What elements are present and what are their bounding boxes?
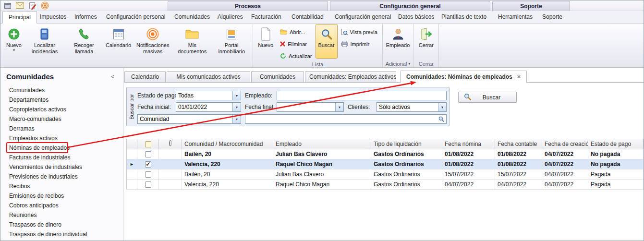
ribbon-tab-comunidades[interactable]: Comunidades bbox=[171, 11, 213, 24]
ribbon-tab-herramientas[interactable]: Herramientas bbox=[495, 11, 535, 24]
tab-comunidades[interactable]: Comunidades bbox=[251, 71, 304, 82]
column-header[interactable]: Fecha nómina bbox=[442, 139, 495, 149]
tab-calendario[interactable]: Calendario bbox=[124, 71, 166, 82]
ribbon-tab-informes[interactable]: Informes bbox=[72, 11, 100, 24]
nuevo-button[interactable]: Nuevo ▾ bbox=[3, 24, 25, 59]
calendario-button[interactable]: Calendario bbox=[104, 24, 133, 59]
mis-documentos-button[interactable]: Mis documentos bbox=[172, 24, 212, 59]
sidebar-item-previsiones-de-industriales[interactable]: Previsiones de industriales bbox=[0, 172, 123, 181]
tab-comunidades-nominas-de-empleados[interactable]: Comunidades: Nóminas de empleados × bbox=[400, 71, 527, 83]
empleado-input[interactable] bbox=[277, 91, 447, 100]
comunidad-select[interactable]: Comunidad ▾ bbox=[137, 114, 241, 124]
mail-icon[interactable] bbox=[16, 1, 24, 10]
ribbon-tab-principal[interactable]: Principal bbox=[2, 11, 37, 24]
nuevo-registro-button[interactable]: Nuevo bbox=[255, 24, 277, 59]
row-selector-cell[interactable] bbox=[126, 169, 137, 180]
row-selector-cell[interactable] bbox=[126, 149, 137, 159]
sidebar-item-facturas-de-industriales[interactable]: Facturas de industriales bbox=[0, 153, 123, 162]
comunidad-search-input[interactable] bbox=[245, 115, 437, 123]
sidebar-item-recibos[interactable]: Recibos bbox=[0, 181, 123, 191]
cell-empleado: Julian Bas Clavero bbox=[273, 149, 371, 159]
sidebar-item-traspasos-de-dinero[interactable]: Traspasos de dinero bbox=[0, 220, 123, 229]
column-header[interactable]: Fecha contable bbox=[495, 139, 542, 149]
table-row[interactable]: Valencia, 220 Raquel Chico Magan Gastos … bbox=[126, 180, 644, 190]
abrir-button[interactable]: Abrir... bbox=[278, 27, 314, 37]
sidebar-item-traspasos-de-dinero-individual[interactable]: Traspasos de dinero individual bbox=[0, 229, 123, 239]
sidebar-item-vencimientos-de-industriales[interactable]: Vencimientos de industriales bbox=[0, 162, 123, 172]
column-header[interactable]: Tipo de liquidación bbox=[371, 139, 442, 149]
table-row-selected[interactable]: ► Valencia, 220 Raquel Chico Magan Gasto… bbox=[126, 159, 644, 169]
localizar-incidencias-button[interactable]: Localizar incidencias bbox=[25, 24, 64, 59]
imprimir-button[interactable]: Imprimir bbox=[339, 39, 380, 49]
recoger-llamada-button[interactable]: Recoger llamada bbox=[64, 24, 104, 59]
chevron-down-icon[interactable]: ▾ bbox=[232, 103, 241, 111]
sidebar-item-macro-comunidades[interactable]: Macro-comunidades bbox=[0, 114, 123, 124]
table-row[interactable]: Bailén, 20 Julian Bas Clavero Gastos Ord… bbox=[126, 149, 644, 159]
row-checkbox[interactable] bbox=[145, 181, 151, 188]
row-checkbox[interactable] bbox=[145, 161, 151, 168]
ribbon-tab-configuracion-personal[interactable]: Configuración personal bbox=[103, 11, 168, 24]
sidebar-item-nominas-de-empleados[interactable]: Nóminas de empleados bbox=[0, 143, 123, 153]
column-header[interactable]: Comunidad / Macrocomunidad bbox=[182, 139, 273, 149]
row-selector-cell[interactable]: ► bbox=[126, 159, 137, 169]
empleado-button[interactable]: Empleado bbox=[384, 24, 412, 59]
sidebar-item-comunidades[interactable]: Comunidades bbox=[0, 85, 123, 95]
broadcast-icon[interactable] bbox=[41, 1, 49, 10]
select-value bbox=[277, 103, 335, 111]
vista-previa-button[interactable]: Vista previa bbox=[339, 27, 380, 37]
app-icon[interactable] bbox=[3, 1, 12, 10]
chevron-down-icon[interactable]: ▾ bbox=[232, 91, 241, 100]
tab-comunidades-empleados-activos[interactable]: Comunidades: Empleados activos bbox=[305, 71, 396, 82]
column-header[interactable]: Estado de pago bbox=[588, 139, 644, 149]
ribbon-tab-impuestos[interactable]: Impuestos bbox=[37, 11, 69, 24]
attachment-column-header[interactable] bbox=[159, 139, 182, 149]
fecha-final-select[interactable]: ▾ bbox=[277, 102, 344, 112]
estado-de-pago-select[interactable]: Todas ▾ bbox=[176, 91, 241, 100]
chevron-down-icon[interactable]: ▾ bbox=[232, 115, 241, 123]
ribbon-tab-alquileres[interactable]: Alquileres bbox=[215, 11, 246, 24]
ribbon-tab-facturacion[interactable]: Facturación bbox=[248, 11, 284, 24]
notificaciones-masivas-button[interactable]: Notificaciones masivas bbox=[133, 24, 172, 59]
ribbon-tab-configuracion-general[interactable]: Configuración general bbox=[332, 11, 394, 24]
sidebar-item-cobros-anticipados[interactable]: Cobros anticipados bbox=[0, 201, 123, 210]
buscar-button[interactable]: Buscar bbox=[458, 92, 517, 103]
buscar-ribbon-button[interactable]: Buscar bbox=[316, 24, 338, 59]
row-selector-cell[interactable] bbox=[126, 180, 137, 190]
portal-inmobiliario-button[interactable]: Portal inmobiliario bbox=[212, 24, 251, 59]
cell-fecha-contable: 04/07/2022 bbox=[495, 180, 542, 190]
eliminar-button[interactable]: Eliminar bbox=[278, 39, 314, 49]
chevron-down-icon[interactable]: ▾ bbox=[438, 103, 446, 111]
search-icon[interactable] bbox=[437, 115, 446, 123]
checkbox-column-header[interactable] bbox=[137, 139, 159, 149]
chevron-down-icon[interactable]: ▾ bbox=[335, 103, 343, 111]
delete-x-icon bbox=[280, 41, 285, 48]
ribbon-tab-soporte[interactable]: Soporte bbox=[539, 11, 565, 24]
tab-mis-comunicados-activos[interactable]: Mis comunicados activos bbox=[167, 71, 250, 82]
fecha-inicial-select[interactable]: 01/01/2022 ▾ bbox=[176, 102, 241, 112]
notes-icon[interactable] bbox=[28, 1, 36, 10]
button-label: Portal inmobiliario bbox=[214, 42, 249, 54]
actualizar-button[interactable]: Actualizar bbox=[278, 51, 314, 61]
ribbon-tab-datos-basicos[interactable]: Datos básicos bbox=[395, 11, 437, 24]
ribbon-tab-contabilidad[interactable]: Contabilidad bbox=[289, 11, 327, 24]
column-header[interactable]: Empleado bbox=[273, 139, 371, 149]
sidebar-item-derramas[interactable]: Derramas bbox=[0, 124, 123, 133]
cerrar-button[interactable]: Cerrar bbox=[415, 24, 437, 59]
clientes-select[interactable]: Sólo activos ▾ bbox=[377, 102, 447, 112]
ribbon-tab-plantillas-de-texto[interactable]: Plantillas de texto bbox=[438, 11, 489, 24]
close-tab-icon[interactable]: × bbox=[517, 71, 521, 83]
button-label: Buscar bbox=[318, 42, 334, 48]
attachment-cell bbox=[159, 159, 182, 169]
sidebar-item-empleados-activos[interactable]: Empleados activos bbox=[0, 133, 123, 143]
row-checkbox[interactable] bbox=[145, 171, 151, 178]
ribbon-group-label-adicional[interactable]: Adicional▾ bbox=[384, 60, 412, 67]
column-header[interactable]: Fecha de creación bbox=[542, 139, 588, 149]
sidebar-item-departamentos[interactable]: Departamentos bbox=[0, 95, 123, 105]
sidebar-item-reuniones[interactable]: Reuniones bbox=[0, 210, 123, 220]
row-checkbox[interactable] bbox=[145, 151, 151, 157]
sidebar-item-copropietarios-activos[interactable]: Copropietarios activos bbox=[0, 105, 123, 114]
sidebar-item-emisiones-de-recibos[interactable]: Emisiones de recibos bbox=[0, 191, 123, 201]
collapse-sidebar-icon[interactable]: < bbox=[111, 73, 114, 80]
ribbon-group-main: Nuevo ▾ Localizar incidencias Recoger ll… bbox=[1, 24, 253, 67]
table-row[interactable]: Bailén, 20 Julian Bas Clavero Gastos Ord… bbox=[126, 169, 644, 180]
